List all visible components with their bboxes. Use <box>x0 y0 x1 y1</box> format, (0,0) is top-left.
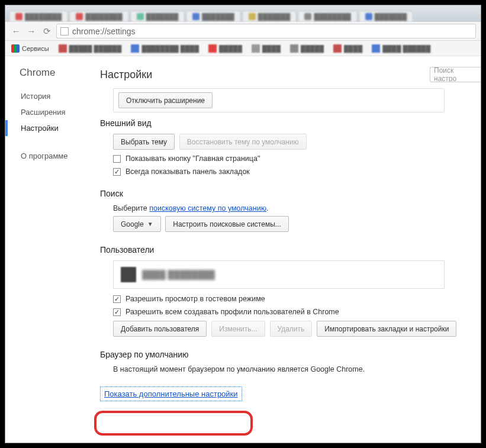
default-browser-heading: Браузер по умолчанию <box>100 350 481 359</box>
browser-tab[interactable]: ███████ <box>359 11 414 22</box>
browser-tab[interactable]: ███████ <box>242 11 297 22</box>
always-show-bookmarks-checkbox[interactable] <box>113 168 121 176</box>
page-icon <box>60 27 69 36</box>
choose-theme-button[interactable]: Выбрать тему <box>113 134 175 150</box>
bookmark-item[interactable]: █████ <box>290 44 324 53</box>
apps-icon <box>11 44 20 53</box>
manage-search-engines-button[interactable]: Настроить поисковые системы... <box>165 216 289 232</box>
edit-user-button[interactable]: Изменить... <box>211 321 265 337</box>
apps-shortcut[interactable]: Сервисы <box>11 44 49 53</box>
bookmarks-bar: Сервисы █████ ██████ ████████ ████ █████… <box>5 41 481 56</box>
import-bookmarks-button[interactable]: Импортировать закладки и настройки <box>317 321 456 337</box>
section-search: Поиск Выберите поисковую систему по умол… <box>100 189 481 232</box>
browser-tab[interactable]: ███████ <box>186 11 241 22</box>
bookmark-item[interactable]: ████ <box>333 44 362 53</box>
section-appearance: Внешний вид Выбрать тему Восстановить те… <box>100 118 481 176</box>
allow-create-profiles-checkbox[interactable] <box>113 308 121 316</box>
user-avatar <box>121 267 136 282</box>
guest-mode-checkbox[interactable] <box>113 295 121 303</box>
sidebar-item-history[interactable]: История <box>5 88 100 104</box>
user-card[interactable]: ████ ████████ <box>113 260 445 289</box>
add-user-button[interactable]: Добавить пользователя <box>113 321 207 337</box>
search-desc-prefix: Выберите <box>113 204 149 212</box>
address-bar[interactable]: chrome://settings <box>56 24 476 38</box>
section-users: Пользователи ████ ████████ Разрешить про… <box>100 245 481 337</box>
sidebar-item-about[interactable]: О программе <box>5 148 100 164</box>
bookmark-item[interactable]: ████ ██████ <box>372 44 430 53</box>
search-engine-value: Google <box>121 220 144 228</box>
forward-button[interactable]: → <box>25 25 37 37</box>
caret-down-icon: ▼ <box>147 221 153 227</box>
apps-label: Сервисы <box>22 45 49 52</box>
user-name: ████ ████████ <box>142 270 215 279</box>
browser-tab[interactable]: ███████ <box>130 11 185 22</box>
sidebar-item-settings[interactable]: Настройки <box>5 120 100 136</box>
disable-extension-button[interactable]: Отключить расширение <box>118 92 213 108</box>
toolbar: ← → ⟳ chrome://settings <box>5 22 481 41</box>
appearance-heading: Внешний вид <box>100 118 481 128</box>
section-default-browser: Браузер по умолчанию В настоящий момент … <box>100 350 481 373</box>
search-heading: Поиск <box>100 189 481 198</box>
annotation-highlight <box>94 411 253 436</box>
show-home-label: Показывать кнопку "Главная страница" <box>125 154 260 163</box>
address-bar-text: chrome://settings <box>72 27 136 36</box>
content-area: Chrome История Расширения Настройки О пр… <box>5 56 481 443</box>
browser-tab[interactable]: ████████ <box>69 11 128 22</box>
default-search-link[interactable]: поисковую систему по умолчанию <box>149 204 266 212</box>
browser-tab[interactable]: ████████ <box>9 11 68 22</box>
allow-create-profiles-label: Разрешить всем создавать профили пользов… <box>125 308 339 316</box>
default-browser-status: В настоящий момент браузером по умолчани… <box>113 365 481 373</box>
sidebar-item-extensions[interactable]: Расширения <box>5 104 100 120</box>
back-button[interactable]: ← <box>10 25 22 37</box>
browser-tab[interactable]: ████████ <box>298 11 357 22</box>
always-show-bookmarks-label: Всегда показывать панель закладок <box>125 167 250 176</box>
search-desc-suffix: . <box>266 204 268 212</box>
tab-strip: ████████ ████████ ███████ ███████ ██████… <box>5 5 481 22</box>
browser-window: ████████ ████████ ███████ ███████ ██████… <box>5 5 481 443</box>
extension-panel: Отключить расширение <box>113 88 445 112</box>
search-engine-select[interactable]: Google ▼ <box>113 216 161 232</box>
delete-user-button[interactable]: Удалить <box>270 321 313 337</box>
settings-main: Настройки Поиск настро Отключить расшире… <box>100 56 481 443</box>
reset-theme-button[interactable]: Восстановить тему по умолчанию <box>179 134 307 150</box>
sidebar-brand: Chrome <box>5 67 100 88</box>
guest-mode-label: Разрешить просмотр в гостевом режиме <box>125 295 265 303</box>
show-advanced-settings-link[interactable]: Показать дополнительные настройки <box>100 386 242 401</box>
settings-sidebar: Chrome История Расширения Настройки О пр… <box>5 56 100 443</box>
search-settings-placeholder: Поиск настро <box>434 67 477 82</box>
bookmark-item[interactable]: ████ <box>252 44 281 53</box>
bookmark-item[interactable]: █████ ██████ <box>59 44 122 53</box>
page-title: Настройки <box>100 69 152 81</box>
search-settings-input[interactable]: Поиск настро <box>430 67 481 82</box>
show-home-checkbox[interactable] <box>113 155 121 163</box>
bookmark-item[interactable]: ████████ ████ <box>131 44 199 53</box>
reload-button[interactable]: ⟳ <box>41 25 53 37</box>
users-heading: Пользователи <box>100 245 481 254</box>
bookmark-item[interactable]: █████ <box>208 44 242 53</box>
